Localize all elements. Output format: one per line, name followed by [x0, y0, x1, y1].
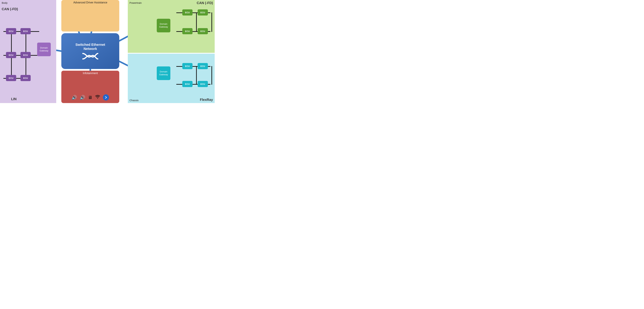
powertrain-label: Powertrain	[130, 1, 142, 4]
adas-label: Advanced Driver Assistance	[73, 1, 107, 4]
diagram: Body CAN (-FD) ECU ECU ECU ECU ECU ECU D…	[0, 0, 215, 103]
ch-bus-v2	[212, 66, 212, 85]
ecu-chassis-2: ECU	[198, 63, 208, 69]
svg-point-8	[97, 98, 98, 99]
infotainment-panel: Infotainment 🔊 🔊 🖥	[61, 71, 119, 103]
body-panel: Body CAN (-FD) ECU ECU ECU ECU ECU ECU D…	[0, 0, 56, 103]
ecu-body-5: ECU	[6, 75, 16, 81]
body-label: Body	[2, 1, 8, 4]
ethernet-label: Switched Ethernet Network	[76, 42, 105, 51]
eth-label-line2: Network	[84, 47, 97, 50]
eth-label-line1: Switched Ethernet	[76, 43, 105, 46]
ecu-body-3: ECU	[6, 52, 16, 58]
body-gateway: DomainGateway	[37, 42, 51, 56]
ecu-body-2: ECU	[20, 28, 31, 34]
monitor-icon: 🖥	[88, 95, 92, 100]
ecu-chassis-4: ECU	[198, 81, 208, 87]
adas-panel: Advanced Driver Assistance CAM CAM	[61, 0, 119, 32]
infotainment-label: Infotainment	[83, 72, 98, 75]
ecu-chassis-3: ECU	[182, 81, 192, 87]
pt-bus-v1	[196, 12, 197, 32]
chassis-gateway: DomainGateway	[157, 66, 170, 80]
ecu-pt-3: ECU	[182, 28, 192, 34]
lin-label: LIN	[11, 97, 16, 101]
ecu-pt-2: ECU	[198, 9, 208, 16]
ecu-body-6: ECU	[20, 75, 31, 81]
flexray-label: FlexRay	[200, 98, 213, 102]
ethernet-switch-icon	[82, 53, 99, 60]
body-can-label: CAN (-FD)	[2, 7, 18, 11]
bluetooth-icon	[103, 94, 109, 100]
infotainment-icons: 🔊 🔊 🖥	[72, 94, 109, 100]
ecu-body-4: ECU	[20, 52, 31, 58]
powertrain-panel: Powertrain CAN (-FD) ECU ECU ECU ECU Dom…	[128, 0, 215, 53]
powertrain-gateway: DomainGateway	[157, 19, 170, 32]
wifi-icon	[95, 94, 100, 100]
speaker1-icon: 🔊	[72, 95, 77, 100]
speaker2-icon: 🔊	[80, 95, 85, 100]
ch-bus-v1	[196, 66, 197, 85]
chassis-panel: Chassis FlexRay ECU ECU ECU ECU DomainGa…	[128, 54, 215, 103]
ecu-body-1: ECU	[6, 28, 16, 34]
powertrain-can-label: CAN (-FD)	[196, 1, 213, 5]
ethernet-center: Switched Ethernet Network	[61, 33, 119, 69]
ecu-pt-1: ECU	[182, 9, 192, 16]
pt-bus-v2	[212, 12, 212, 32]
ecu-pt-4: ECU	[198, 28, 208, 34]
ecu-chassis-1: ECU	[182, 63, 192, 69]
chassis-label: Chassis	[130, 99, 138, 102]
